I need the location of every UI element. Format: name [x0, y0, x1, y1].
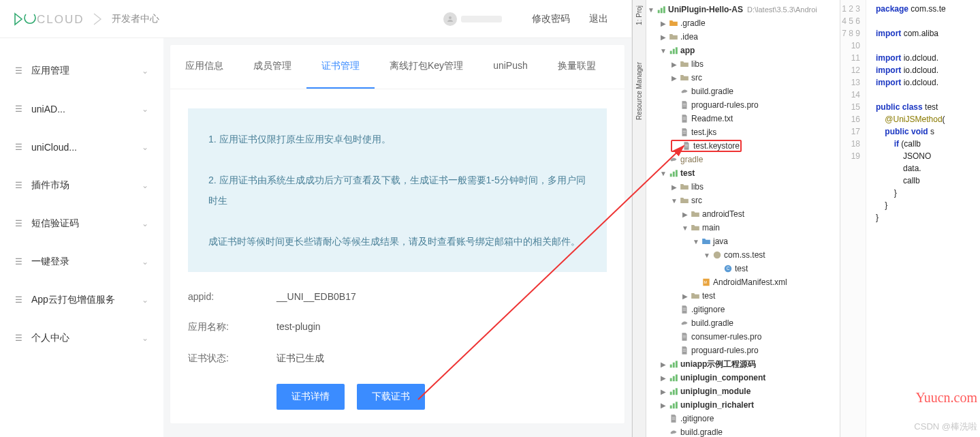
tab-1[interactable]: 成员管理	[238, 45, 306, 89]
code-text[interactable]: package com.ss.te import com.aliba impor…	[866, 0, 946, 437]
tree-node[interactable]: ▶src	[646, 71, 840, 85]
download-cert-button[interactable]: 下载证书	[357, 384, 425, 410]
tree-node-label[interactable]: androidTest	[702, 209, 744, 219]
tree-node-label[interactable]: uniplugin_module	[680, 387, 750, 396]
tree-node-label[interactable]: src	[691, 73, 702, 82]
tree-node-label[interactable]: uniplugin_richalert	[680, 400, 754, 410]
tree-node-label[interactable]: main	[702, 223, 720, 232]
logo[interactable]: CLOUD	[14, 12, 102, 27]
expand-icon[interactable]: ▼	[704, 252, 710, 259]
tree-node-label[interactable]: libs	[691, 182, 704, 192]
tree-node[interactable]: MAndroidManifest.xml	[646, 275, 840, 289]
expand-icon[interactable]: ▼	[648, 6, 654, 14]
tab-5[interactable]: 换量联盟	[543, 45, 611, 89]
username-display[interactable]	[443, 12, 502, 26]
expand-icon[interactable]: ▼	[660, 170, 667, 177]
tree-node[interactable]: ▶.idea	[646, 30, 840, 44]
sidebar-item-1[interactable]: ☰uniAD...⌄	[0, 90, 163, 128]
logout-link[interactable]: 退出	[589, 13, 608, 25]
expand-icon[interactable]: ▶	[660, 374, 667, 382]
expand-icon[interactable]: ▶	[682, 211, 689, 218]
tree-node[interactable]: ▶libs	[646, 180, 840, 194]
tree-node[interactable]: ▶uniplugin_richalert	[646, 398, 840, 412]
tree-node-label[interactable]: java	[713, 237, 728, 246]
tree-node[interactable]: test.jks	[646, 125, 840, 139]
tree-node[interactable]: proguard-rules.pro	[646, 344, 840, 357]
tree-node[interactable]: ▼java	[646, 235, 840, 248]
tree-node[interactable]: ▶uniapp示例工程源码	[646, 357, 840, 371]
expand-icon[interactable]: ▶	[682, 292, 689, 300]
sidebar-item-6[interactable]: ☰App云打包增值服务⌄	[0, 281, 163, 319]
sidebar-item-4[interactable]: ☰短信验证码⌄	[0, 205, 163, 243]
sidebar-item-5[interactable]: ☰一键登录⌄	[0, 243, 163, 281]
tree-node[interactable]: Readme.txt	[646, 112, 840, 125]
tree-node[interactable]: proguard-rules.pro	[646, 98, 840, 112]
project-tree[interactable]: ▼UniPlugin-Hello-ASD:\latest\3.5.3\Andro…	[646, 0, 840, 437]
expand-icon[interactable]: ▶	[671, 61, 678, 68]
tree-node-label[interactable]: test.keystore	[693, 141, 740, 151]
tree-node-label[interactable]: app	[680, 46, 695, 55]
expand-icon[interactable]: ▶	[660, 361, 667, 368]
expand-icon[interactable]: ▼	[671, 197, 678, 205]
tree-node[interactable]: ▶uniplugin_module	[646, 385, 840, 398]
tree-node[interactable]: ▼com.ss.test	[646, 248, 840, 262]
tree-node-label[interactable]: UniPlugin-Hello-AS	[668, 5, 743, 14]
tree-node-label[interactable]: AndroidManifest.xml	[713, 277, 787, 287]
sidebar-item-0[interactable]: ☰应用管理⌄	[0, 52, 163, 90]
change-password-link[interactable]: 修改密码	[532, 13, 570, 25]
expand-icon[interactable]: ▼	[682, 224, 689, 232]
tree-node-label[interactable]: proguard-rules.pro	[691, 100, 759, 110]
tree-node[interactable]: build.gradle	[646, 85, 840, 98]
tree-node[interactable]: .gitignore	[646, 412, 840, 425]
tree-node[interactable]: build.gradle	[646, 425, 840, 437]
tree-node-label[interactable]: consumer-rules.pro	[691, 332, 761, 342]
tree-node-label[interactable]: .gitignore	[691, 305, 725, 314]
expand-icon[interactable]: ▶	[660, 388, 667, 395]
tree-node-label[interactable]: uniplugin_component	[680, 373, 765, 382]
tree-node-label[interactable]: gradle	[680, 155, 703, 164]
tree-node-label[interactable]: test	[702, 291, 715, 301]
tree-node-label[interactable]: test	[680, 168, 695, 178]
tree-node-label[interactable]: test	[735, 264, 748, 273]
tree-node-label[interactable]: .gradle	[680, 18, 706, 28]
expand-icon[interactable]: ▼	[693, 238, 699, 245]
tree-node[interactable]: ▶androidTest	[646, 207, 840, 221]
tree-node-label[interactable]: src	[691, 196, 702, 205]
tree-node[interactable]: Ctest	[646, 262, 840, 275]
tree-root[interactable]: ▼UniPlugin-Hello-ASD:\latest\3.5.3\Andro…	[646, 3, 840, 16]
code-editor[interactable]: 1 2 3 4 5 6 7 8 9 10 11 12 13 14 15 16 1…	[840, 0, 980, 437]
tree-node-label[interactable]: build.gradle	[691, 318, 733, 328]
expand-icon[interactable]: ▶	[671, 74, 678, 82]
tree-node[interactable]: build.gradle	[646, 316, 840, 330]
tree-node-label[interactable]: .idea	[680, 32, 698, 42]
tree-node[interactable]: ▶.gradle	[646, 16, 840, 30]
tree-node-label[interactable]: build.gradle	[691, 87, 733, 96]
cert-detail-button[interactable]: 证书详情	[276, 384, 345, 410]
tree-node[interactable]: ▶test	[646, 289, 840, 303]
sidebar-item-2[interactable]: ☰uniCloud...⌄	[0, 128, 163, 166]
tab-0[interactable]: 应用信息	[170, 45, 238, 89]
expand-icon[interactable]: ▶	[660, 33, 667, 41]
sidebar-item-3[interactable]: ☰插件市场⌄	[0, 166, 163, 205]
tree-node[interactable]: .gitignore	[646, 303, 840, 316]
tree-node[interactable]: ▼src	[646, 194, 840, 207]
tree-node[interactable]: ▶libs	[646, 57, 840, 71]
tree-node-label[interactable]: com.ss.test	[724, 250, 765, 260]
tree-node-label[interactable]: proguard-rules.pro	[691, 346, 759, 355]
tab-3[interactable]: 离线打包Key管理	[375, 45, 478, 89]
tree-node-label[interactable]: test.jks	[691, 127, 716, 137]
expand-icon[interactable]: ▶	[671, 183, 678, 191]
tree-node[interactable]: test.keystore	[646, 139, 840, 153]
expand-icon[interactable]: ▼	[660, 47, 667, 55]
tree-node[interactable]: ▼test	[646, 166, 840, 180]
sidebar-item-7[interactable]: ☰个人中心⌄	[0, 319, 163, 357]
tree-node-label[interactable]: libs	[691, 59, 704, 69]
vtab-project[interactable]: 1: Proj	[635, 5, 643, 25]
tree-node-label[interactable]: Readme.txt	[691, 114, 733, 123]
tree-node[interactable]: gradle	[646, 153, 840, 166]
expand-icon[interactable]: ▶	[660, 20, 667, 27]
expand-icon[interactable]: ▶	[660, 402, 667, 409]
tree-node[interactable]: consumer-rules.pro	[646, 330, 840, 344]
tree-node-label[interactable]: uniapp示例工程源码	[680, 359, 756, 370]
tree-node-label[interactable]: .gitignore	[680, 414, 714, 423]
